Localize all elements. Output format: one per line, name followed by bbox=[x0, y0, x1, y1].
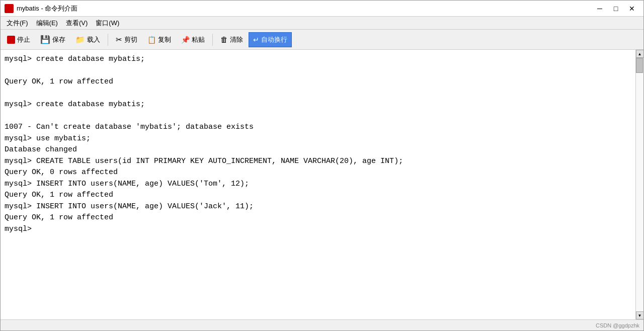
copy-label: 复制 bbox=[158, 35, 171, 44]
terminal-output[interactable]: mysql> create database mybatis; Query OK… bbox=[1, 50, 635, 319]
copy-icon: 📋 bbox=[147, 36, 156, 44]
separator-1 bbox=[108, 34, 108, 46]
scroll-up-arrow[interactable]: ▲ bbox=[636, 50, 644, 58]
copy-button[interactable]: 📋 复制 bbox=[143, 32, 176, 47]
save-label: 保存 bbox=[52, 35, 65, 44]
cut-label: 剪切 bbox=[124, 35, 137, 44]
menu-bar: 文件(F) 编辑(E) 查看(V) 窗口(W) bbox=[1, 17, 643, 30]
paste-button[interactable]: 📌 粘贴 bbox=[177, 32, 209, 47]
toolbar: 停止 💾 保存 📁 载入 ✂ 剪切 📋 复制 📌 粘贴 🗑 清除 ↵ bbox=[1, 30, 643, 50]
clear-button[interactable]: 🗑 清除 bbox=[216, 32, 248, 47]
separator-2 bbox=[212, 34, 213, 46]
scrollbar[interactable]: ▲ ▼ bbox=[635, 50, 643, 319]
main-window: mybatis - 命令列介面 ─ □ ✕ 文件(F) 编辑(E) 查看(V) … bbox=[0, 0, 644, 331]
menu-view[interactable]: 查看(V) bbox=[62, 18, 92, 29]
window-title: mybatis - 命令列介面 bbox=[17, 4, 592, 13]
cut-icon: ✂ bbox=[116, 35, 122, 44]
close-button[interactable]: ✕ bbox=[624, 3, 639, 14]
paste-icon: 📌 bbox=[181, 36, 190, 44]
minimize-button[interactable]: ─ bbox=[592, 3, 607, 14]
menu-window[interactable]: 窗口(W) bbox=[92, 18, 123, 29]
save-icon: 💾 bbox=[40, 35, 50, 44]
paste-label: 粘贴 bbox=[192, 35, 205, 44]
auto-wrap-label: 自动换行 bbox=[261, 35, 287, 44]
clear-icon: 🗑 bbox=[220, 35, 228, 44]
stop-button[interactable]: 停止 bbox=[3, 32, 35, 47]
status-bar: CSDN @ggdpzhk bbox=[1, 319, 643, 330]
save-button[interactable]: 💾 保存 bbox=[36, 32, 70, 47]
load-icon: 📁 bbox=[75, 35, 85, 44]
clear-label: 清除 bbox=[230, 35, 243, 44]
menu-file[interactable]: 文件(F) bbox=[3, 18, 32, 29]
load-button[interactable]: 📁 载入 bbox=[71, 32, 105, 47]
stop-icon bbox=[7, 36, 15, 44]
menu-edit[interactable]: 编辑(E) bbox=[32, 18, 62, 29]
cut-button[interactable]: ✂ 剪切 bbox=[111, 32, 142, 47]
status-text: CSDN @ggdpzhk bbox=[596, 322, 639, 328]
maximize-button[interactable]: □ bbox=[608, 3, 623, 14]
auto-wrap-button[interactable]: ↵ 自动换行 bbox=[249, 32, 292, 47]
auto-wrap-icon: ↵ bbox=[253, 36, 259, 44]
stop-label: 停止 bbox=[17, 35, 30, 44]
title-bar: mybatis - 命令列介面 ─ □ ✕ bbox=[1, 1, 643, 17]
scroll-track[interactable] bbox=[636, 58, 643, 311]
load-label: 载入 bbox=[87, 35, 100, 44]
scroll-thumb[interactable] bbox=[636, 58, 643, 73]
app-icon bbox=[5, 4, 14, 13]
terminal-container: mysql> create database mybatis; Query OK… bbox=[1, 50, 643, 319]
scroll-down-arrow[interactable]: ▼ bbox=[636, 311, 644, 319]
window-controls: ─ □ ✕ bbox=[592, 3, 639, 14]
